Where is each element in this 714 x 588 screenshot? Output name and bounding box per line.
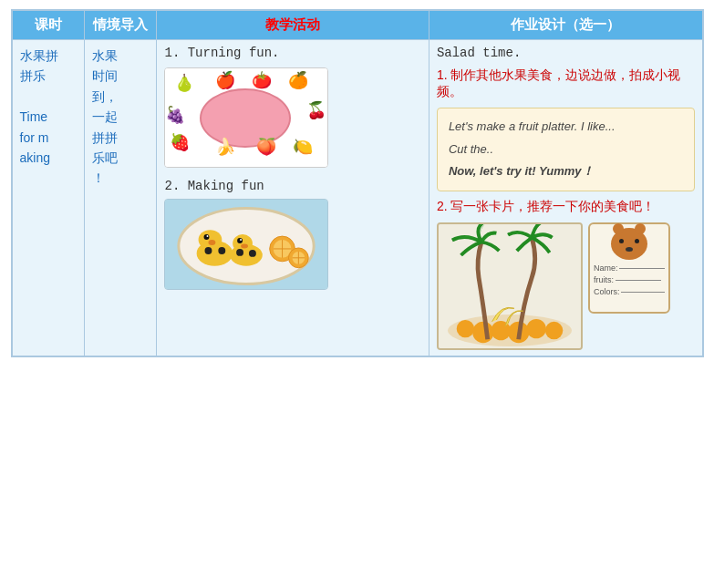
svg-point-26	[457, 320, 474, 337]
card-name-label: Name:	[594, 263, 618, 273]
svg-point-12	[241, 239, 243, 241]
zuoye1-prefix: 1.	[437, 67, 451, 82]
bear-head	[611, 228, 647, 260]
zuoye2-prefix: 2.	[437, 199, 451, 213]
zuoye1-container: 1. 制作其他水果美食，边说边做，拍成小视频。	[437, 67, 695, 100]
fruit-peach-icon: 🍑	[256, 137, 276, 157]
card-name-value	[619, 268, 664, 269]
svg-point-31	[545, 322, 563, 339]
fruit-pear-icon: 🍐	[174, 73, 194, 93]
food-plate-svg	[165, 199, 327, 290]
phrase-line2: Cut the..	[449, 139, 683, 161]
card-colors-value	[621, 292, 664, 293]
card-line-colors: Colors:	[594, 287, 665, 296]
header-jiaoxue: 教学活动	[157, 11, 429, 40]
keshi-text: 水果拼 拼乐 Time for m aking	[20, 46, 78, 168]
bear-ear-right	[635, 223, 646, 234]
fruit-banana-icon: 🍌	[215, 137, 235, 157]
cell-jiaoxue: 1. Turning fun. 🍐 🍎 🍅 🍊 🍇	[157, 40, 429, 356]
header-keshi: 课时	[12, 11, 85, 40]
phrase-line3: Now, let's try it! Yummy！	[449, 160, 683, 183]
lesson-table: 课时 情境导入 教学活动 作业设计（选一） 水果拼 拼乐 Time for m …	[12, 10, 703, 356]
svg-point-11	[238, 238, 243, 243]
card-line-name: Name:	[594, 263, 665, 273]
svg-point-5	[207, 235, 209, 237]
bear-eye-left	[619, 239, 624, 243]
fruit-lemon-icon: 🍋	[293, 137, 313, 157]
bear-ear-left	[613, 223, 624, 234]
svg-point-15	[249, 250, 256, 257]
card-line-fruits: fruits:	[594, 275, 665, 284]
qingjing-text: 水果 时间 到， 一起 拼拼 乐吧 ！	[92, 46, 149, 189]
fruit-circle-image: 🍐 🍎 🍅 🍊 🍇 🍓 🍌 🍑 🍋 🍒	[164, 67, 328, 168]
fruit-strawberry-icon: 🍓	[170, 132, 190, 152]
cell-keshi: 水果拼 拼乐 Time for m aking	[12, 40, 85, 356]
svg-point-14	[237, 249, 244, 256]
phrase-line1: Let's make a fruit platter. I like...	[449, 116, 683, 139]
svg-point-28	[491, 321, 510, 340]
bear-nose	[626, 247, 633, 252]
pink-oval	[200, 88, 291, 148]
card-fruits-label: fruits:	[594, 275, 614, 284]
bear-card: Name: fruits: Colors:	[588, 222, 670, 314]
svg-point-8	[219, 247, 226, 254]
zuoye2-text: 写一张卡片，推荐一下你的美食吧！	[450, 199, 655, 213]
fruit-orange-icon: 🍊	[288, 70, 308, 90]
salad-text: Salad time.	[437, 46, 695, 60]
palm-tree-image	[437, 222, 583, 350]
cell-zuoye: Salad time. 1. 制作其他水果美食，边说边做，拍成小视频。 Let'…	[429, 40, 702, 356]
fruit-apple-icon: 🍎	[215, 70, 235, 90]
header-zuoye: 作业设计（选一）	[429, 11, 702, 40]
fruit-cherry-icon: 🍒	[306, 100, 326, 120]
main-table-wrapper: 课时 情境导入 教学活动 作业设计（选一） 水果拼 拼乐 Time for m …	[11, 9, 704, 357]
fruit-tomato-icon: 🍅	[252, 70, 272, 90]
bear-eye-right	[635, 239, 639, 243]
card-colors-label: Colors:	[594, 287, 620, 296]
card-area: Name: fruits: Colors:	[437, 222, 695, 350]
phrase-box: Let's make a fruit platter. I like... Cu…	[437, 108, 695, 191]
svg-point-27	[472, 322, 493, 343]
fruit-grapes-icon: 🍇	[165, 105, 185, 125]
activity2-text: 2. Making fun	[164, 179, 420, 193]
zuoye2-container: 2. 写一张卡片，推荐一下你的美食吧！	[437, 199, 695, 215]
header-qingjing: 情境导入	[85, 11, 157, 40]
svg-point-4	[204, 234, 210, 240]
svg-point-13	[242, 244, 249, 249]
svg-point-10	[233, 234, 254, 253]
svg-point-3	[199, 230, 222, 250]
cell-qingjing: 水果 时间 到， 一起 拼拼 乐吧 ！	[85, 40, 157, 356]
palm-tree-svg	[439, 224, 581, 348]
svg-point-6	[209, 240, 216, 245]
food-plate-image	[164, 199, 328, 290]
card-lines: Name: fruits: Colors:	[594, 263, 665, 296]
svg-point-30	[526, 319, 545, 338]
card-fruits-value	[616, 280, 661, 281]
activity1-text: 1. Turning fun.	[164, 46, 420, 60]
svg-point-7	[205, 247, 212, 254]
zuoye1-text: 制作其他水果美食，边说边做，拍成小视频。	[437, 67, 681, 98]
